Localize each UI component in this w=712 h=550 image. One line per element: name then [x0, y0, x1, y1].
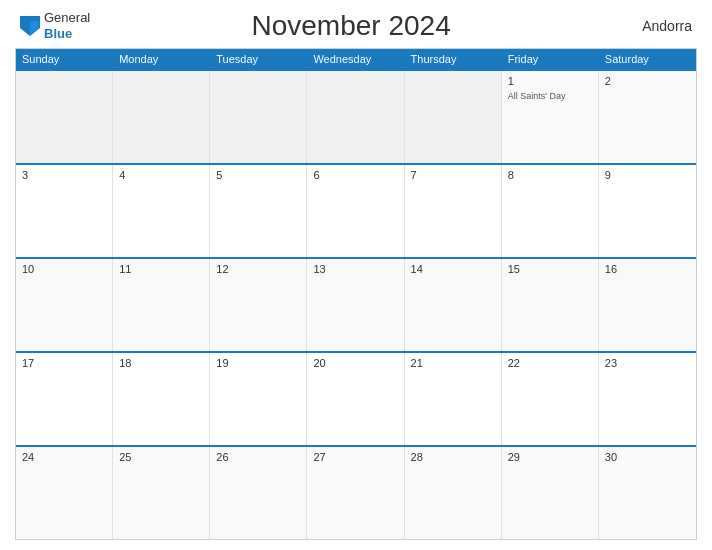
day-cell-nov30: 30	[599, 447, 696, 539]
day-number: 14	[411, 263, 495, 275]
day-cell-nov14: 14	[405, 259, 502, 351]
logo-icon	[20, 16, 40, 36]
day-cell-nov6: 6	[307, 165, 404, 257]
day-cell-nov27: 27	[307, 447, 404, 539]
calendar-title: November 2024	[90, 10, 612, 42]
day-cell-nov25: 25	[113, 447, 210, 539]
day-cell-nov11: 11	[113, 259, 210, 351]
weeks: 1 All Saints' Day 2 3 4 5 6 7 8 9 10	[16, 69, 696, 539]
header-saturday: Saturday	[599, 49, 696, 69]
day-number: 18	[119, 357, 203, 369]
header-thursday: Thursday	[405, 49, 502, 69]
day-number: 10	[22, 263, 106, 275]
day-cell-nov22: 22	[502, 353, 599, 445]
svg-marker-1	[30, 21, 39, 34]
country-label: Andorra	[612, 18, 692, 34]
logo: General Blue	[20, 10, 90, 41]
day-cell	[16, 71, 113, 163]
day-cell-nov17: 17	[16, 353, 113, 445]
day-number: 17	[22, 357, 106, 369]
page: General Blue November 2024 Andorra Sunda…	[0, 0, 712, 550]
logo-general: General	[44, 10, 90, 26]
day-number: 12	[216, 263, 300, 275]
week-5: 24 25 26 27 28 29 30	[16, 445, 696, 539]
day-number: 7	[411, 169, 495, 181]
day-number: 4	[119, 169, 203, 181]
logo-blue: Blue	[44, 26, 90, 42]
day-number: 16	[605, 263, 690, 275]
day-number: 26	[216, 451, 300, 463]
day-number: 28	[411, 451, 495, 463]
day-number: 22	[508, 357, 592, 369]
day-number: 8	[508, 169, 592, 181]
day-number: 15	[508, 263, 592, 275]
day-cell-nov13: 13	[307, 259, 404, 351]
day-cell-nov10: 10	[16, 259, 113, 351]
header-sunday: Sunday	[16, 49, 113, 69]
day-cell-nov3: 3	[16, 165, 113, 257]
header-friday: Friday	[502, 49, 599, 69]
day-number: 21	[411, 357, 495, 369]
day-headers-row: Sunday Monday Tuesday Wednesday Thursday…	[16, 49, 696, 69]
day-number: 25	[119, 451, 203, 463]
day-cell-nov9: 9	[599, 165, 696, 257]
week-4: 17 18 19 20 21 22 23	[16, 351, 696, 445]
day-cell-nov5: 5	[210, 165, 307, 257]
day-number: 24	[22, 451, 106, 463]
header: General Blue November 2024 Andorra	[15, 10, 697, 42]
header-tuesday: Tuesday	[210, 49, 307, 69]
day-number: 19	[216, 357, 300, 369]
day-cell	[307, 71, 404, 163]
day-number: 27	[313, 451, 397, 463]
day-cell-nov12: 12	[210, 259, 307, 351]
day-number: 29	[508, 451, 592, 463]
day-number: 5	[216, 169, 300, 181]
day-number: 9	[605, 169, 690, 181]
day-number: 30	[605, 451, 690, 463]
day-cell-nov18: 18	[113, 353, 210, 445]
header-monday: Monday	[113, 49, 210, 69]
day-cell-nov4: 4	[113, 165, 210, 257]
day-cell-nov7: 7	[405, 165, 502, 257]
day-cell-nov2: 2	[599, 71, 696, 163]
day-cell-nov28: 28	[405, 447, 502, 539]
calendar: Sunday Monday Tuesday Wednesday Thursday…	[15, 48, 697, 540]
day-number: 6	[313, 169, 397, 181]
day-number: 13	[313, 263, 397, 275]
day-cell-nov24: 24	[16, 447, 113, 539]
week-2: 3 4 5 6 7 8 9	[16, 163, 696, 257]
day-cell-nov26: 26	[210, 447, 307, 539]
logo-text: General Blue	[44, 10, 90, 41]
day-cell-nov29: 29	[502, 447, 599, 539]
day-cell	[210, 71, 307, 163]
day-cell-nov16: 16	[599, 259, 696, 351]
day-cell-nov15: 15	[502, 259, 599, 351]
day-cell-nov23: 23	[599, 353, 696, 445]
day-cell-nov19: 19	[210, 353, 307, 445]
day-cell	[113, 71, 210, 163]
day-number: 23	[605, 357, 690, 369]
day-number: 20	[313, 357, 397, 369]
header-wednesday: Wednesday	[307, 49, 404, 69]
day-number: 11	[119, 263, 203, 275]
day-cell-nov1: 1 All Saints' Day	[502, 71, 599, 163]
day-cell	[405, 71, 502, 163]
event-all-saints: All Saints' Day	[508, 91, 592, 101]
day-cell-nov21: 21	[405, 353, 502, 445]
day-number: 3	[22, 169, 106, 181]
day-number: 2	[605, 75, 690, 87]
day-number: 1	[508, 75, 592, 87]
week-3: 10 11 12 13 14 15 16	[16, 257, 696, 351]
week-1: 1 All Saints' Day 2	[16, 69, 696, 163]
day-cell-nov20: 20	[307, 353, 404, 445]
day-cell-nov8: 8	[502, 165, 599, 257]
